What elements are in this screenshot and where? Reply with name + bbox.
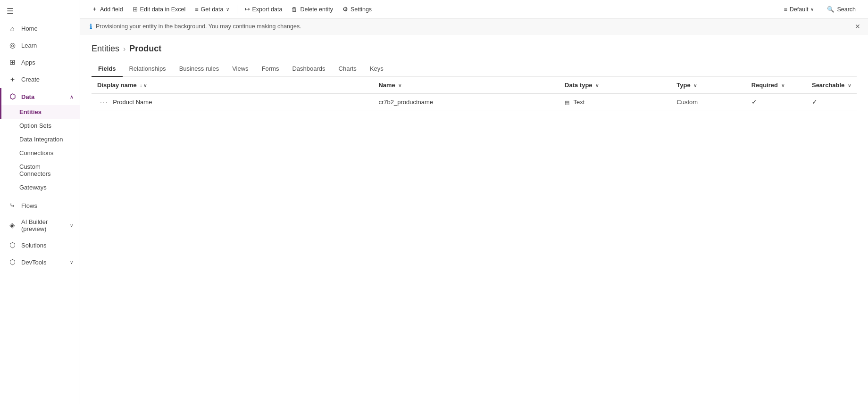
sidebar-item-label: Solutions: [21, 242, 46, 249]
sidebar-item-create[interactable]: ＋ Create: [0, 71, 80, 88]
sidebar-sub-label: Custom Connectors: [19, 163, 73, 177]
tab-forms[interactable]: Forms: [255, 61, 286, 77]
cell-required: ✓: [746, 94, 806, 110]
cell-name: cr7b2_productname: [373, 94, 559, 110]
flows-icon: ⤷: [8, 201, 17, 210]
required-check-icon: ✓: [751, 98, 757, 106]
sidebar-item-devtools[interactable]: ⬡ DevTools ∨: [0, 254, 80, 271]
sidebar-item-label: Flows: [21, 202, 37, 209]
add-field-button[interactable]: ＋ Add field: [88, 3, 127, 16]
search-icon: 🔍: [827, 6, 835, 13]
sidebar-item-flows[interactable]: ⤷ Flows: [0, 197, 80, 214]
create-icon: ＋: [8, 75, 17, 84]
chevron-down-icon: ∨: [70, 223, 73, 228]
excel-icon: ⊞: [133, 6, 138, 13]
export-icon: ↦: [245, 6, 250, 13]
text-type-icon: ▤: [565, 99, 569, 105]
tab-keys[interactable]: Keys: [363, 61, 390, 77]
sidebar-item-solutions[interactable]: ⬡ Solutions: [0, 237, 80, 254]
hamburger-menu[interactable]: ☰: [0, 2, 80, 20]
sidebar-item-gateways[interactable]: Gateways: [0, 181, 80, 194]
delete-icon: 🗑: [292, 6, 298, 13]
sidebar-item-label: AI Builder (preview): [21, 218, 65, 232]
get-data-button[interactable]: ≡ Get data ∨: [191, 4, 233, 15]
sidebar-item-home[interactable]: ⌂ Home: [0, 20, 80, 37]
tab-relationships[interactable]: Relationships: [123, 61, 173, 77]
delete-entity-button[interactable]: 🗑 Delete entity: [288, 4, 336, 15]
sidebar-sub-label: Connections: [19, 149, 53, 157]
settings-button[interactable]: ⚙ Settings: [339, 3, 376, 15]
tab-views[interactable]: Views: [225, 61, 255, 77]
main-content: ＋ Add field ⊞ Edit data in Excel ≡ Get d…: [80, 0, 868, 404]
sort-icon-name: ∨: [398, 83, 401, 88]
sidebar-sub-label: Entities: [19, 108, 42, 115]
row-context-menu[interactable]: ···: [97, 97, 111, 107]
info-close-button[interactable]: ✕: [855, 23, 860, 30]
sidebar-item-option-sets[interactable]: Option Sets: [0, 119, 80, 132]
breadcrumb-current: Product: [129, 44, 161, 54]
table-row: ··· Product Name cr7b2_productname ▤ Tex…: [92, 94, 857, 110]
sidebar-item-custom-connectors[interactable]: Custom Connectors: [0, 160, 80, 181]
tab-dashboards[interactable]: Dashboards: [285, 61, 332, 77]
col-header-data-type[interactable]: Data type ∨: [559, 77, 671, 94]
fields-table: Display name ↓ ∨ Name ∨ Data type ∨ Ty: [92, 77, 857, 110]
toolbar-right: ≡ Default ∨ 🔍 Search: [779, 3, 860, 15]
sidebar-item-data[interactable]: ⬡ Data ∧: [0, 88, 80, 105]
toolbar-separator-1: [237, 5, 237, 14]
content-area: Entities › Product Fields Relationships …: [80, 34, 868, 404]
sidebar-item-learn[interactable]: ◎ Learn: [0, 37, 80, 54]
get-data-chevron-icon: ∨: [226, 7, 229, 12]
sidebar-item-data-integration[interactable]: Data Integration: [0, 132, 80, 146]
col-header-type[interactable]: Type ∨: [671, 77, 745, 94]
fields-table-container: Display name ↓ ∨ Name ∨ Data type ∨ Ty: [92, 77, 857, 404]
info-message: Provisioning your entity in the backgrou…: [96, 23, 301, 30]
list-icon: ≡: [784, 6, 787, 13]
sidebar-item-label: Home: [21, 25, 38, 32]
solutions-icon: ⬡: [8, 241, 17, 249]
sidebar-item-label: Create: [21, 76, 40, 83]
tab-business-rules[interactable]: Business rules: [173, 61, 226, 77]
col-header-required[interactable]: Required ∨: [746, 77, 806, 94]
info-bar: ℹ Provisioning your entity in the backgr…: [80, 19, 868, 34]
sidebar-item-label: Apps: [21, 59, 35, 66]
breadcrumb-separator: ›: [123, 45, 125, 53]
sidebar-sub-label: Option Sets: [19, 122, 51, 129]
col-header-display-name[interactable]: Display name ↓ ∨: [92, 77, 373, 94]
tabs-bar: Fields Relationships Business rules View…: [92, 61, 857, 77]
add-field-icon: ＋: [92, 5, 98, 13]
breadcrumb: Entities › Product: [92, 44, 857, 54]
sidebar-item-connections[interactable]: Connections: [0, 146, 80, 160]
searchable-check-icon: ✓: [812, 98, 818, 106]
default-chevron-icon: ∨: [810, 7, 814, 12]
col-header-searchable[interactable]: Searchable ∨: [806, 77, 857, 94]
cell-data-type: ▤ Text: [559, 94, 671, 110]
edit-excel-button[interactable]: ⊞ Edit data in Excel: [129, 3, 190, 15]
chevron-up-icon: ∧: [70, 94, 73, 99]
cell-type: Custom: [671, 94, 745, 110]
tab-charts[interactable]: Charts: [332, 61, 363, 77]
tab-fields[interactable]: Fields: [92, 61, 123, 77]
cell-searchable: ✓: [806, 94, 857, 110]
sidebar-item-ai-builder[interactable]: ◈ AI Builder (preview) ∨: [0, 214, 80, 237]
default-view-button[interactable]: ≡ Default ∨: [779, 4, 818, 15]
sidebar-item-label: Learn: [21, 42, 37, 49]
breadcrumb-parent-link[interactable]: Entities: [92, 44, 119, 54]
sidebar-item-apps[interactable]: ⊞ Apps: [0, 54, 80, 71]
chevron-down-icon-2: ∨: [70, 260, 73, 265]
export-data-button[interactable]: ↦ Export data: [241, 3, 286, 15]
hamburger-icon: ☰: [7, 7, 13, 15]
sidebar-item-entities[interactable]: Entities: [0, 105, 80, 119]
ai-builder-icon: ◈: [8, 221, 17, 230]
sort-icon-display-name: ↓ ∨: [140, 83, 147, 88]
sidebar-item-label: DevTools: [21, 259, 46, 266]
get-data-icon: ≡: [195, 6, 198, 13]
col-header-name[interactable]: Name ∨: [373, 77, 559, 94]
apps-icon: ⊞: [8, 58, 17, 66]
settings-icon: ⚙: [342, 6, 348, 13]
devtools-icon: ⬡: [8, 258, 17, 266]
cell-display-name: ··· Product Name: [92, 94, 373, 110]
search-button[interactable]: 🔍 Search: [822, 3, 860, 15]
sidebar-sub-label: Gateways: [19, 184, 47, 191]
home-icon: ⌂: [8, 25, 17, 33]
data-icon: ⬡: [8, 92, 17, 101]
